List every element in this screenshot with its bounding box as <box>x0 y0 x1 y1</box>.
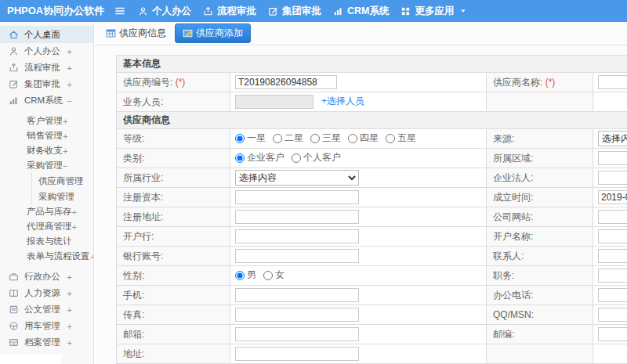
field-cell <box>593 344 627 364</box>
qq-msn-input[interactable] <box>598 308 627 322</box>
sidebar-item-label: 采购管理 <box>27 160 63 171</box>
sidebar-item-crm-system[interactable]: CRM系统− <box>0 92 93 109</box>
bank-branch-input[interactable] <box>235 229 359 243</box>
expand-marker: + <box>67 272 72 282</box>
nav-more-apps[interactable]: 更多应用 <box>400 5 466 18</box>
registered-address-input[interactable] <box>235 210 359 224</box>
expand-marker: + <box>67 289 72 298</box>
required-mark: (*) <box>176 77 186 88</box>
choose-person-link[interactable]: +选择人员 <box>321 96 364 106</box>
sidebar-item-agent-mgmt[interactable]: 代理商管理+ <box>0 219 93 234</box>
sidebar-item-personal-office[interactable]: 个人办公+ <box>0 43 93 59</box>
office-phone-input[interactable] <box>598 288 627 302</box>
level-radio[interactable] <box>310 134 320 143</box>
sidebar-item-product-inventory[interactable]: 产品与库存+ <box>0 204 93 219</box>
label-text: 地址: <box>123 348 144 359</box>
level-radio[interactable] <box>235 134 245 143</box>
level-radio[interactable] <box>348 134 357 143</box>
sidebar-item-workflow-approval[interactable]: 流程审批+ <box>0 59 93 76</box>
field-cell <box>230 227 487 247</box>
sidebar-item-purchase-mgmt[interactable]: 采购管理− <box>0 158 93 173</box>
nav-personal-office[interactable]: 个人办公 <box>138 5 191 18</box>
category-radio-option-1[interactable]: 个人客户 <box>292 151 341 164</box>
tab-supplier-add[interactable]: 供应商添加 <box>175 23 251 43</box>
field-label: 联系人: <box>487 247 593 266</box>
sidebar-item-label: 行政办公 <box>24 271 60 283</box>
expand-marker: + <box>67 80 72 89</box>
user-icon <box>138 6 148 16</box>
nav-workflow-approval[interactable]: 流程审批 <box>203 5 256 18</box>
email-input[interactable] <box>235 327 359 341</box>
menu-toggle-icon[interactable] <box>114 5 125 16</box>
source-select[interactable]: 选择内容 <box>598 131 627 146</box>
tab-supplier-info[interactable]: 供应商信息 <box>104 24 168 42</box>
bank-account-input[interactable] <box>235 249 359 263</box>
supplier-name-input[interactable] <box>598 75 627 89</box>
level-radio[interactable] <box>386 134 395 143</box>
sidebar-item-finance-mgmt[interactable]: 财务收支+ <box>0 143 93 158</box>
sidebar-item-label: 用车管理 <box>24 320 60 332</box>
sidebar-item-sales-mgmt[interactable]: 销售管理+ <box>0 128 93 143</box>
gender-radio-option-0[interactable]: 男 <box>235 268 256 282</box>
sidebar-item-customer-mgmt[interactable]: 客户管理+ <box>0 114 93 128</box>
sidebar-item-vehicle-mgmt[interactable]: 用车管理+ <box>0 318 93 334</box>
level-radio-option-3[interactable]: 四星 <box>348 132 379 145</box>
label-text: 供应商名称: <box>493 77 542 88</box>
sidebar-item-supplier-mgmt[interactable]: 供应商管理 <box>31 173 93 189</box>
registered-capital-input[interactable] <box>235 190 359 204</box>
legal-person-input[interactable] <box>598 171 627 185</box>
gender-radio-option-1[interactable]: 女 <box>263 268 285 282</box>
field-cell: 选择内容 <box>230 168 487 188</box>
sidebar-item-label: 档案管理 <box>24 337 60 348</box>
category-radio-option-0[interactable]: 企业客户 <box>235 151 285 164</box>
sidebar-scrollbar[interactable] <box>0 355 61 364</box>
contact-person-input[interactable] <box>598 249 627 263</box>
gender-radio[interactable] <box>263 271 273 280</box>
level-radio-option-4[interactable]: 五星 <box>386 132 416 145</box>
gender-radio[interactable] <box>235 271 245 280</box>
sidebar-item-personal-desktop[interactable]: 个人桌面 <box>0 26 93 43</box>
doc-icon <box>9 305 19 315</box>
field-cell <box>593 286 627 305</box>
region-input[interactable] <box>598 151 627 165</box>
label-text: 银行账号: <box>123 250 163 261</box>
category-radio[interactable] <box>235 153 245 163</box>
apps-icon <box>400 6 411 16</box>
field-label: 职务: <box>487 266 593 286</box>
zip-code-input[interactable] <box>598 327 627 341</box>
level-radio[interactable] <box>273 134 282 143</box>
address-input[interactable] <box>235 347 359 361</box>
field-cell <box>593 207 627 227</box>
level-radio-option-1[interactable]: 二星 <box>273 132 303 145</box>
website-input[interactable] <box>598 210 627 224</box>
label-text: 开户名称: <box>493 231 533 242</box>
sidebar-item-group-approval[interactable]: 集团审批+ <box>0 76 93 92</box>
label-text: 业务人员: <box>123 96 163 107</box>
job-title-input[interactable] <box>598 268 627 283</box>
fax-input[interactable] <box>235 308 359 322</box>
sidebar-item-label: 供应商管理 <box>38 175 84 187</box>
level-radio-option-0[interactable]: 一星 <box>235 132 266 145</box>
industry-select[interactable]: 选择内容 <box>235 170 359 186</box>
sidebar-item-reports-stats[interactable]: 报表与统计 <box>0 234 93 249</box>
nav-group-approval[interactable]: 集团审批 <box>268 5 321 18</box>
field-label: 注册地址: <box>117 207 230 227</box>
sidebar-item-form-flow-settings[interactable]: 表单与流程设置+ <box>0 249 93 264</box>
sidebar-item-label: 流程审批 <box>24 62 60 74</box>
account-name-input[interactable] <box>598 229 627 243</box>
sidebar-item-archive-mgmt[interactable]: 档案管理+ <box>0 334 93 351</box>
nav-crm-system[interactable]: CRM系统 <box>333 5 389 18</box>
mobile-input[interactable] <box>235 288 359 302</box>
supplier-form-table: 基本信息供应商编号: (*)供应商名称: (*)业务人员:+选择人员供应商信息等… <box>116 55 627 364</box>
sidebar-item-document-mgmt[interactable]: 公文管理+ <box>0 301 93 318</box>
sidebar-item-human-resources[interactable]: 人力资源+ <box>0 285 93 301</box>
sidebar-item-purchase-mgmt-sub[interactable]: 采购管理 <box>31 189 93 204</box>
field-cell <box>230 344 487 364</box>
business-person-input[interactable] <box>235 95 314 109</box>
level-radio-option-2[interactable]: 三星 <box>310 132 341 145</box>
sidebar-item-admin-office[interactable]: 行政办公+ <box>0 268 93 285</box>
founded-date-input[interactable] <box>598 190 627 204</box>
sidebar-item-label: 表单与流程设置 <box>27 250 90 262</box>
supplier-code-input[interactable] <box>235 75 337 89</box>
category-radio[interactable] <box>292 153 301 163</box>
